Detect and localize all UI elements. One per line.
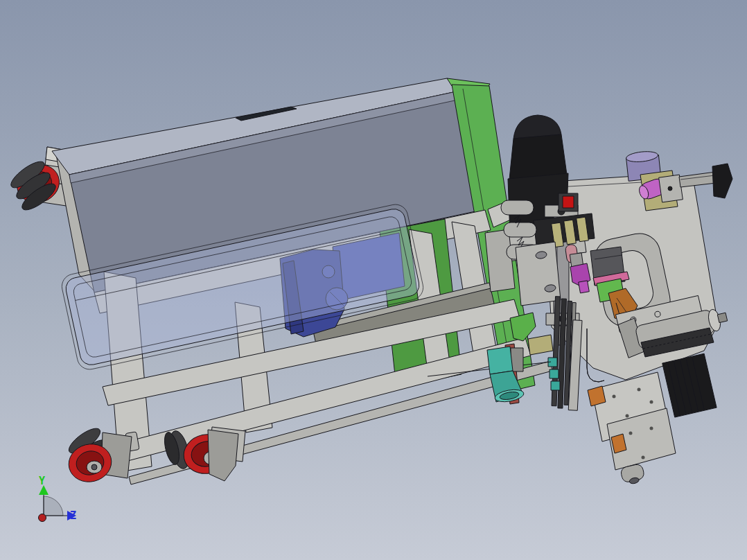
- screw: [650, 427, 653, 430]
- teal-fitting: [551, 381, 560, 390]
- cad-viewport[interactable]: Y Z: [0, 0, 747, 560]
- magenta-tip: [579, 281, 590, 293]
- cad-canvas[interactable]: Y Z: [0, 0, 747, 560]
- screw: [642, 456, 645, 460]
- holed-plate: [516, 242, 561, 306]
- red-sensor-block: [563, 196, 574, 208]
- screw: [626, 414, 629, 418]
- screw: [629, 432, 633, 435]
- y-axis-label: Y: [39, 475, 45, 487]
- feed-roller: [504, 222, 536, 237]
- wheel-hub-center: [91, 464, 97, 470]
- screw: [650, 401, 653, 404]
- teal-fitting: [550, 369, 559, 378]
- x-axis-origin-dot: [39, 514, 46, 522]
- feed-roller: [501, 200, 534, 215]
- bracket-bolt: [668, 186, 672, 191]
- z-axis-label: Z: [70, 509, 76, 522]
- screw: [613, 395, 616, 399]
- rod-stub: [717, 313, 727, 322]
- motor-upper-body: [509, 134, 567, 180]
- funnel-top: [487, 347, 513, 374]
- screw: [638, 388, 641, 392]
